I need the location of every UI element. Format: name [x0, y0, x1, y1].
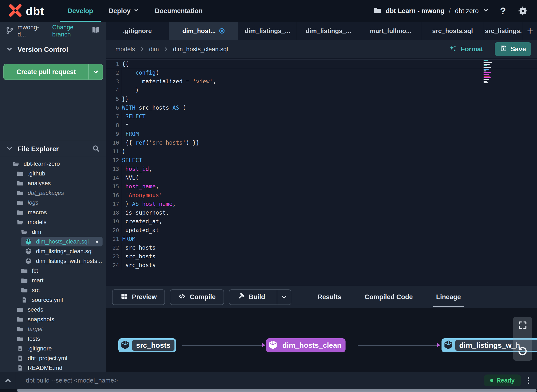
file-tree-item[interactable]: tests	[0, 334, 106, 344]
code-line[interactable]: 17 ) AS host_name,	[106, 200, 537, 208]
file-tree-item[interactable]: dim_hosts_clean.sql	[21, 237, 103, 246]
code-line[interactable]: 10 {{ ref('src_hosts') }}	[106, 138, 537, 147]
file-tree-item[interactable]: dbt_project.yml	[0, 353, 106, 363]
code-line[interactable]: 20 updated_at	[106, 226, 537, 235]
tab-lineage[interactable]: Lineage	[436, 293, 461, 301]
version-control-header[interactable]: Version Control	[0, 40, 106, 59]
code-line[interactable]: 16 'Anonymous'	[106, 191, 537, 200]
code-line[interactable]: 15 host_name,	[106, 182, 537, 191]
minimap[interactable]	[484, 60, 495, 83]
create-pull-request-button[interactable]: Create pull request	[3, 64, 103, 80]
code-text: )	[122, 86, 139, 95]
code-line[interactable]: 12SELECT	[106, 156, 537, 165]
file-tree-item[interactable]: dbt_packages	[0, 188, 106, 198]
file-tree-item[interactable]: snapshots	[0, 314, 106, 324]
code-line[interactable]: 21FROM	[106, 235, 537, 243]
file-tree-item[interactable]: dim_listings_with_hosts...	[0, 256, 106, 266]
code-line[interactable]: 6WITH src_hosts AS (	[106, 103, 537, 112]
file-tree-item[interactable]: mart	[0, 276, 106, 285]
fullscreen-icon[interactable]	[518, 320, 528, 331]
tab-label: dim_host...	[182, 27, 216, 35]
compile-button[interactable]: Compile	[170, 289, 224, 305]
editor-tab[interactable]: mart_fullmo...	[360, 22, 421, 40]
file-tree-item[interactable]: .github	[0, 169, 106, 178]
nav-item-documentation[interactable]: Documentation	[147, 0, 210, 22]
editor-tab[interactable]: .gitignore	[106, 22, 169, 40]
code-line[interactable]: 13 host_id,	[106, 165, 537, 173]
code-line[interactable]: 18 is_superhost,	[106, 208, 537, 217]
format-button[interactable]: Format	[449, 44, 483, 54]
build-button[interactable]: Build	[229, 290, 273, 305]
file-tree-item[interactable]: src	[0, 285, 106, 295]
code-line[interactable]: 24 src_hosts	[106, 261, 537, 270]
section-title: Version Control	[17, 46, 68, 53]
help-button[interactable]: ?	[497, 5, 509, 17]
brand[interactable]: dbt	[8, 0, 44, 22]
overflow-menu-button[interactable]	[526, 375, 531, 386]
file-search-icon[interactable]	[92, 144, 100, 154]
file-tree-item[interactable]: sources.yml	[0, 295, 106, 305]
code-line[interactable]: 1{{	[106, 60, 537, 68]
editor-tab[interactable]: dim_listings_...	[238, 22, 297, 40]
editor-tab[interactable]: dim_host...	[169, 22, 238, 40]
command-input[interactable]: dbt build --select <model_name>	[26, 377, 118, 384]
lineage-node-dim-hosts-clean[interactable]: dim_hosts_clean	[266, 338, 346, 352]
top-nav-right: dbt Learn - mwong / dbt zero ?	[373, 0, 529, 22]
code-line[interactable]: 9 FROM	[106, 130, 537, 138]
editor-tab[interactable]: src_hosts.sql	[421, 22, 484, 40]
code-line[interactable]: 2 config(	[106, 68, 537, 77]
tab-results[interactable]: Results	[318, 293, 341, 301]
editor-tab[interactable]: src_listings.	[484, 22, 523, 40]
file-tree-item[interactable]: .gitignore	[0, 344, 106, 353]
file-tree-item[interactable]: models	[0, 217, 106, 227]
new-tab-button[interactable]: +	[523, 22, 537, 40]
code-line[interactable]: 4 )	[106, 86, 537, 95]
reset-zoom-icon[interactable]	[517, 345, 528, 357]
tab-compiled-code[interactable]: Compiled Code	[365, 293, 413, 301]
code-editor[interactable]: 1{{2 config(3 materialized = 'view',4 )5…	[106, 58, 537, 286]
editor-tab[interactable]: dim_listings_...	[297, 22, 360, 40]
file-tree-item[interactable]: dbt-learn-zero	[0, 159, 106, 169]
breadcrumb-item[interactable]: models	[115, 46, 135, 53]
file-tree-item[interactable]: fct	[0, 266, 106, 276]
file-tree-item[interactable]: dim_listings_clean.sql	[0, 246, 106, 256]
model-cube-icon	[268, 340, 278, 351]
file-explorer-header[interactable]: File Explorer	[0, 141, 106, 157]
code-line[interactable]: 19 created_at,	[106, 217, 537, 226]
file-tree-item[interactable]: analyses	[0, 178, 106, 188]
file-tree-item[interactable]: macros	[0, 208, 106, 217]
expand-panel-button[interactable]	[0, 372, 16, 389]
code-line[interactable]: 3 materialized = 'view',	[106, 77, 537, 86]
breadcrumb-item[interactable]: dim	[149, 46, 159, 53]
code-line[interactable]: 11)	[106, 147, 537, 156]
lineage-canvas[interactable]: src_hosts dim_hosts_clean dim_listings_w…	[106, 308, 537, 372]
line-number: 16	[106, 192, 119, 198]
change-branch-link[interactable]: Change branch	[52, 24, 91, 38]
code-line[interactable]: 14 NVL(	[106, 173, 537, 182]
model-cube-icon	[443, 340, 453, 351]
file-tree-item[interactable]: seeds	[0, 305, 106, 314]
nav-item-develop[interactable]: Develop	[60, 0, 101, 22]
code-line[interactable]: 7 SELECT	[106, 112, 537, 121]
create-pull-request-dropdown[interactable]	[88, 64, 103, 79]
file-tree-item[interactable]: logs	[0, 198, 106, 208]
save-button[interactable]: Save	[495, 42, 531, 56]
horizontal-scrollbar[interactable]	[17, 389, 537, 392]
code-line[interactable]: 22 src_hosts	[106, 243, 537, 252]
project-switcher[interactable]: dbt Learn - mwong / dbt zero	[373, 6, 489, 16]
file-tree-item[interactable]: README.md	[0, 363, 106, 372]
preview-button[interactable]: Preview	[112, 289, 165, 305]
code-line[interactable]: 8 *	[106, 121, 537, 130]
lineage-node-src-hosts[interactable]: src_hosts	[118, 338, 176, 352]
docs-book-icon[interactable]	[91, 26, 100, 36]
code-line[interactable]: 23 src_hosts	[106, 252, 537, 261]
code-line[interactable]: 5}}	[106, 95, 537, 103]
build-dropdown-button[interactable]	[277, 290, 291, 305]
ready-status-badge: Ready	[484, 375, 521, 386]
settings-gear-button[interactable]	[517, 5, 529, 17]
file-tree-item[interactable]: target	[0, 324, 106, 334]
nav-item-deploy[interactable]: Deploy	[101, 0, 147, 22]
file-tree-item[interactable]: dim	[0, 227, 106, 237]
folder-icon	[16, 325, 24, 333]
file-tree-item-label: mart	[32, 277, 43, 284]
